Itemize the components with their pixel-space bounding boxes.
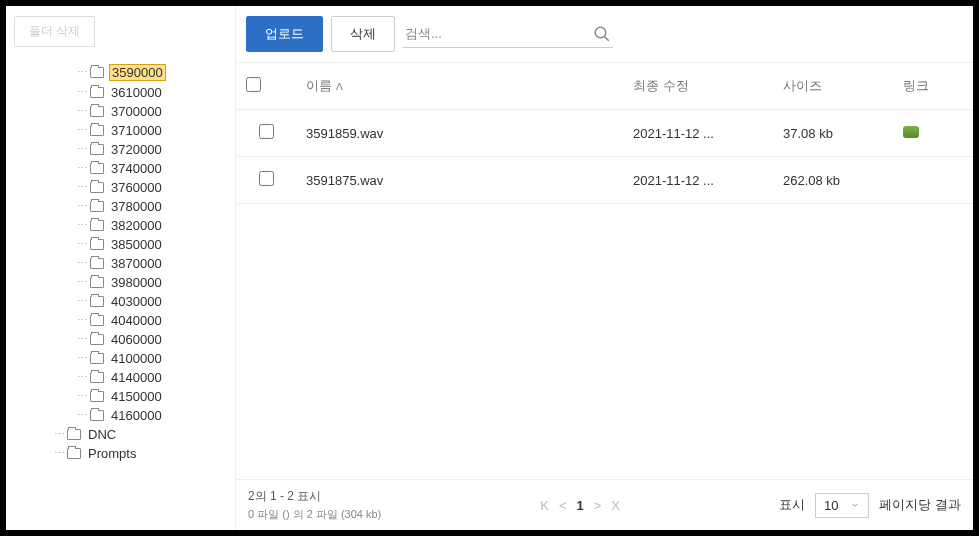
cell-modified: 2021-11-12 ... bbox=[623, 110, 773, 157]
sidebar-item-label: 3710000 bbox=[109, 123, 164, 138]
tree-connector-icon: ⋯ bbox=[77, 314, 88, 327]
tree-connector-icon: ⋯ bbox=[77, 390, 88, 403]
tree-connector-icon: ⋯ bbox=[77, 105, 88, 118]
sidebar-item-4040000[interactable]: ⋯4040000 bbox=[77, 311, 227, 330]
folder-icon bbox=[67, 429, 81, 440]
folder-icon bbox=[90, 67, 104, 78]
sidebar-item-label: 3700000 bbox=[109, 104, 164, 119]
footer-bar: 2의 1 - 2 표시 0 파일 () 의 2 파일 (304 kb) K < … bbox=[236, 479, 973, 530]
sidebar-item-3760000[interactable]: ⋯3760000 bbox=[77, 178, 227, 197]
cell-size: 262.08 kb bbox=[773, 157, 893, 204]
current-page: 1 bbox=[576, 498, 583, 513]
row-checkbox[interactable] bbox=[259, 171, 274, 186]
sidebar-item-3710000[interactable]: ⋯3710000 bbox=[77, 121, 227, 140]
folder-icon bbox=[90, 163, 104, 174]
tree-connector-icon: ⋯ bbox=[77, 409, 88, 422]
tree-connector-icon: ⋯ bbox=[77, 86, 88, 99]
sidebar-item-4100000[interactable]: ⋯4100000 bbox=[77, 349, 227, 368]
tree-connector-icon: ⋯ bbox=[77, 219, 88, 232]
link-icon[interactable] bbox=[903, 126, 919, 138]
last-page-button[interactable]: X bbox=[611, 498, 620, 513]
search-box bbox=[403, 21, 613, 48]
cell-name: 3591875.wav bbox=[296, 157, 623, 204]
cell-link bbox=[893, 110, 973, 157]
sidebar-item-prompts[interactable]: ⋯Prompts bbox=[54, 444, 227, 463]
sidebar-item-label: 3870000 bbox=[109, 256, 164, 271]
folder-icon bbox=[90, 372, 104, 383]
file-count-text: 0 파일 () 의 2 파일 (304 kb) bbox=[248, 507, 381, 522]
file-table-wrap: 이름 ᐱ 최종 수정 사이즈 링크 3591859.wav2021-11-12 … bbox=[236, 62, 973, 479]
sidebar-item-4140000[interactable]: ⋯4140000 bbox=[77, 368, 227, 387]
column-header-size[interactable]: 사이즈 bbox=[773, 63, 893, 110]
sidebar-item-3740000[interactable]: ⋯3740000 bbox=[77, 159, 227, 178]
sidebar-item-label: DNC bbox=[86, 427, 118, 442]
upload-button[interactable]: 업로드 bbox=[246, 16, 323, 52]
sidebar-item-3870000[interactable]: ⋯3870000 bbox=[77, 254, 227, 273]
folder-icon bbox=[90, 277, 104, 288]
table-row[interactable]: 3591859.wav2021-11-12 ...37.08 kb bbox=[236, 110, 973, 157]
sidebar-item-3590000[interactable]: ⋯3590000 bbox=[77, 62, 227, 83]
cell-modified: 2021-11-12 ... bbox=[623, 157, 773, 204]
page-size-select[interactable]: 10 bbox=[815, 493, 869, 518]
sidebar-item-3980000[interactable]: ⋯3980000 bbox=[77, 273, 227, 292]
delete-folder-button: 폴더 삭제 bbox=[14, 16, 95, 47]
search-icon[interactable] bbox=[593, 25, 611, 43]
folder-icon bbox=[90, 182, 104, 193]
sort-asc-icon: ᐱ bbox=[336, 81, 343, 92]
file-table: 이름 ᐱ 최종 수정 사이즈 링크 3591859.wav2021-11-12 … bbox=[236, 62, 973, 204]
main-panel: 업로드 삭제 이름 ᐱ 최종 수정 bbox=[236, 6, 973, 530]
first-page-button[interactable]: K bbox=[540, 498, 549, 513]
sidebar-item-dnc[interactable]: ⋯DNC bbox=[54, 425, 227, 444]
column-header-link[interactable]: 링크 bbox=[893, 63, 973, 110]
toolbar: 업로드 삭제 bbox=[236, 6, 973, 62]
sidebar-item-label: 3980000 bbox=[109, 275, 164, 290]
table-row[interactable]: 3591875.wav2021-11-12 ...262.08 kb bbox=[236, 157, 973, 204]
tree-connector-icon: ⋯ bbox=[54, 447, 65, 460]
prev-page-button[interactable]: < bbox=[559, 498, 567, 513]
folder-icon bbox=[90, 391, 104, 402]
folder-icon bbox=[90, 125, 104, 136]
sidebar-item-3820000[interactable]: ⋯3820000 bbox=[77, 216, 227, 235]
tree-connector-icon: ⋯ bbox=[77, 257, 88, 270]
sidebar-item-3700000[interactable]: ⋯3700000 bbox=[77, 102, 227, 121]
svg-point-0 bbox=[595, 27, 606, 38]
cell-link bbox=[893, 157, 973, 204]
sidebar-item-label: 4140000 bbox=[109, 370, 164, 385]
sidebar-item-label: 3610000 bbox=[109, 85, 164, 100]
sidebar-item-4160000[interactable]: ⋯4160000 bbox=[77, 406, 227, 425]
select-all-checkbox[interactable] bbox=[246, 77, 261, 92]
search-input[interactable] bbox=[405, 26, 593, 41]
sidebar-item-label: 3760000 bbox=[109, 180, 164, 195]
tree-connector-icon: ⋯ bbox=[77, 295, 88, 308]
page-size-label: 표시 bbox=[779, 496, 805, 514]
sidebar-item-4060000[interactable]: ⋯4060000 bbox=[77, 330, 227, 349]
column-header-modified[interactable]: 최종 수정 bbox=[623, 63, 773, 110]
folder-icon bbox=[90, 410, 104, 421]
row-checkbox[interactable] bbox=[259, 124, 274, 139]
cell-size: 37.08 kb bbox=[773, 110, 893, 157]
pagination: K < 1 > X bbox=[540, 498, 620, 513]
sidebar-item-3780000[interactable]: ⋯3780000 bbox=[77, 197, 227, 216]
tree-connector-icon: ⋯ bbox=[77, 181, 88, 194]
folder-icon bbox=[90, 220, 104, 231]
folder-icon bbox=[90, 258, 104, 269]
sidebar-item-4030000[interactable]: ⋯4030000 bbox=[77, 292, 227, 311]
folder-icon bbox=[90, 353, 104, 364]
sidebar-item-label: 4030000 bbox=[109, 294, 164, 309]
sidebar-item-4150000[interactable]: ⋯4150000 bbox=[77, 387, 227, 406]
folder-icon bbox=[90, 201, 104, 212]
folder-icon bbox=[90, 315, 104, 326]
sidebar-item-label: 3720000 bbox=[109, 142, 164, 157]
delete-button[interactable]: 삭제 bbox=[331, 16, 395, 52]
showing-text: 2의 1 - 2 표시 bbox=[248, 488, 381, 505]
tree-connector-icon: ⋯ bbox=[77, 333, 88, 346]
sidebar-item-label: 3820000 bbox=[109, 218, 164, 233]
sidebar-item-3610000[interactable]: ⋯3610000 bbox=[77, 83, 227, 102]
folder-icon bbox=[90, 334, 104, 345]
next-page-button[interactable]: > bbox=[594, 498, 602, 513]
sidebar-item-3850000[interactable]: ⋯3850000 bbox=[77, 235, 227, 254]
sidebar-item-label: 4060000 bbox=[109, 332, 164, 347]
sidebar-item-label: 3590000 bbox=[109, 64, 166, 81]
sidebar-item-3720000[interactable]: ⋯3720000 bbox=[77, 140, 227, 159]
column-header-name[interactable]: 이름 ᐱ bbox=[296, 63, 623, 110]
